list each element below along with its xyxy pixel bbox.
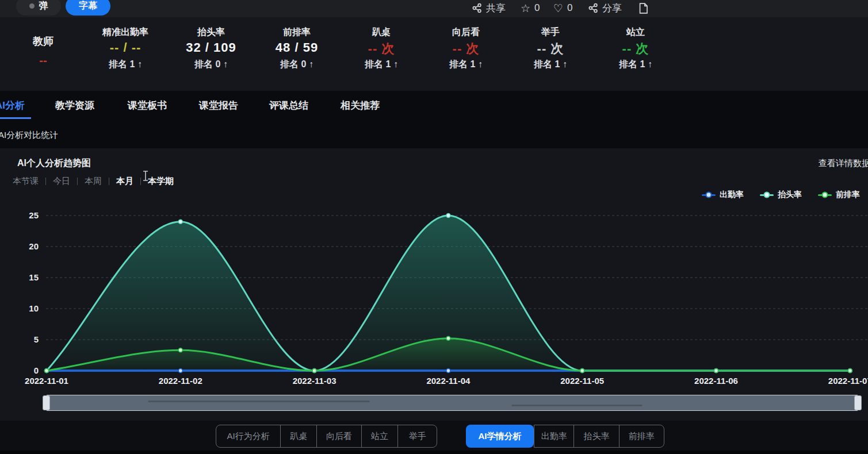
screen: 弹 字幕 共享 ☆ 0 ♡ 0 [0,0,868,454]
data-point [446,214,450,218]
stat-frontrow-rate: 前排率 48 / 59 排名 0 ↑ [251,17,343,91]
stat-value: -- [14,54,72,67]
danmaku-toggle[interactable]: 弹 [16,0,61,16]
bottom-bar: AI行为分析 趴桌 向后看 站立 举手 AI学情分析 出勤率 抬头率 前排率 [0,421,868,451]
stat-rank: 排名 1 ↑ [420,59,512,71]
y-axis-label: 15 [29,272,39,282]
button-ai-learning-active[interactable]: AI学情分析 [466,425,534,448]
star-count: 0 [534,2,540,14]
tab-recommendations[interactable]: 相关推荐 [341,99,380,112]
legend-dot-icon [706,192,712,198]
stat-lying-desk: 趴桌 -- 次 排名 1 ↑ [335,17,427,91]
button-look-back[interactable]: 向后看 [316,425,361,447]
legend-label: 前排率 [836,190,860,200]
button-headup-rate[interactable]: 抬头率 [573,425,618,447]
stat-rank: 排名 1 ↑ [590,59,682,71]
slider-handle-right[interactable] [854,395,862,410]
share-nodes-icon [472,3,482,13]
filter-this-month[interactable]: 本月 [102,176,133,187]
star-button[interactable]: ☆ 0 [521,1,540,16]
button-attendance-rate[interactable]: 出勤率 [534,425,573,447]
filter-this-lesson[interactable]: 本节课 [13,176,39,187]
tab-ai-analysis[interactable]: AI分析 [0,99,25,112]
chart-legend: 出勤率抬头率前排率 [702,190,860,200]
stat-label: 前排率 [251,26,343,39]
section-title: AI分析对比统计 [0,130,58,141]
view-details-link[interactable]: 查看详情数据 [819,158,868,169]
y-axis-label: 10 [29,303,39,313]
stat-value: 48 / 59 [251,40,343,55]
stat-raise-hand: 举手 -- 次 排名 1 ↑ [504,17,596,91]
y-axis-label: 0 [34,365,39,375]
stat-headup-rate: 抬头率 32 / 109 排名 0 ↑ [165,17,257,91]
like-button[interactable]: ♡ 0 [553,1,573,16]
legend-dot-icon [822,192,828,198]
data-point [178,369,182,373]
stat-label: 举手 [504,26,596,39]
data-point [848,369,852,373]
subtitle-label: 字幕 [79,0,97,12]
button-lying-desk[interactable]: 趴桌 [280,425,316,447]
filter-today[interactable]: 今日 [39,176,70,187]
legend-item-出勤率[interactable]: 出勤率 [702,190,744,200]
filter-this-week[interactable]: 本周 [70,176,102,187]
legend-item-前排率[interactable]: 前排率 [818,190,860,200]
button-raise-hand[interactable]: 举手 [397,425,437,447]
legend-marker-icon [818,194,832,196]
stats-bar: 教师 -- 精准出勤率 -- / -- 排名 1 ↑ 抬头率 32 / 109 … [0,17,868,91]
button-ai-behavior[interactable]: AI行为分析 [216,425,280,447]
trend-chart: 05101520252022-11-012022-11-022022-11-03… [0,202,868,393]
learning-button-group: 出勤率 抬头率 前排率 [534,425,664,448]
legend-dot-icon [764,192,770,198]
slider-handle-left[interactable] [43,395,50,410]
x-axis-label: 2022-11-01 [25,376,68,386]
stat-attendance-rate: 精准出勤率 -- / -- 排名 1 ↑ [79,17,171,91]
datazoom-slider[interactable] [46,395,858,411]
share-button[interactable]: 共享 [472,1,506,16]
tab-teaching-resources[interactable]: 教学资源 [55,99,94,112]
data-point [178,220,182,224]
legend-label: 出勤率 [720,190,744,200]
button-frontrow-rate[interactable]: 前排率 [619,425,664,447]
legend-item-抬头率[interactable]: 抬头率 [760,190,802,200]
danmaku-label: 弹 [39,0,48,12]
data-point [45,369,49,373]
stat-look-back: 向后看 -- 次 排名 1 ↑ [420,17,512,91]
x-axis-label: 2022-11-05 [560,376,604,386]
trend-panel: AI个人分析趋势图 查看详情数据 本节课 今日 本周 本月 本学期 出勤率抬头率… [0,148,868,421]
forward-share-button[interactable]: 分享 [588,1,622,16]
topbar: 弹 字幕 共享 ☆ 0 ♡ 0 [0,0,868,17]
document-button[interactable] [638,1,648,16]
heart-icon: ♡ [553,3,563,14]
legend-label: 抬头率 [778,190,802,200]
y-axis-label: 20 [29,241,39,251]
stat-label: 趴桌 [335,26,427,39]
time-filters: 本节课 今日 本周 本月 本学期 [13,176,174,187]
button-standing[interactable]: 站立 [361,425,398,447]
x-axis-label: 2022-11-06 [694,376,738,386]
x-axis-label: 2022-11-02 [159,376,202,386]
tab-class-report[interactable]: 课堂报告 [199,99,238,112]
tab-blackboard[interactable]: 课堂板书 [128,99,167,112]
toggle-dot-icon [29,3,35,9]
share-label: 共享 [486,2,506,15]
stat-value: 32 / 109 [165,40,257,55]
subtitle-button[interactable]: 字幕 [66,0,110,16]
tab-review-summary[interactable]: 评课总结 [269,99,308,112]
grip-dot-icon [512,405,643,406]
legend-marker-icon [760,194,774,196]
star-icon: ☆ [521,3,530,14]
tab-band: AI分析 教学资源 课堂板书 课堂报告 评课总结 相关推荐 AI分析对比统计 [0,91,868,148]
stat-label: 精准出勤率 [79,26,171,39]
stat-value: -- / -- [79,40,171,55]
stat-label: 抬头率 [165,26,257,39]
forward-share-label: 分享 [602,2,622,15]
filter-this-semester[interactable]: 本学期 [133,176,174,187]
stat-rank: 排名 1 ↑ [335,59,427,71]
x-axis-label: 2022-11-04 [426,376,471,386]
stat-teacher: 教师 -- [14,17,72,91]
y-axis-label: 25 [29,210,39,220]
stat-standing: 站立 -- 次 排名 1 ↑ [590,17,682,91]
behavior-button-group: AI行为分析 趴桌 向后看 站立 举手 [216,425,437,448]
active-tab-underline [0,117,31,119]
